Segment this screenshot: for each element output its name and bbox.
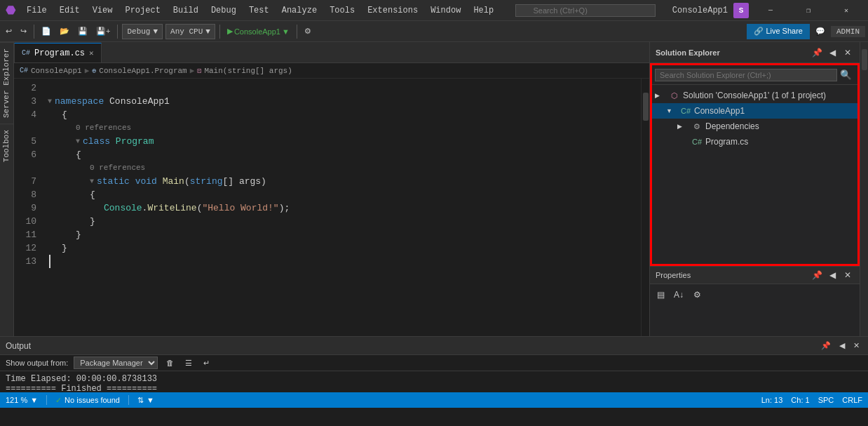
output-line-1: Time Elapsed: 00:00:00.8738133	[6, 374, 862, 384]
toolbar-save[interactable]: 💾	[75, 23, 90, 40]
tabs-bar: C# Program.cs ✕	[14, 42, 649, 63]
menu-window[interactable]: Window	[425, 3, 466, 18]
menu-tools[interactable]: Tools	[324, 3, 360, 18]
properties-pin-icon[interactable]: 📌	[811, 269, 823, 281]
left-sidebar: Server Explorer Toolbox	[0, 42, 14, 336]
feedback-button[interactable]: 💬	[813, 23, 828, 40]
status-sep-2	[128, 395, 129, 405]
output-toggle-button[interactable]: ☰	[182, 357, 195, 369]
toolbar-save-all[interactable]: 💾+	[93, 23, 113, 40]
solution-search-input[interactable]	[655, 69, 837, 81]
title-search-input[interactable]	[515, 4, 656, 17]
dependencies-label: Dependencies	[705, 121, 759, 131]
live-share-button[interactable]: 🔗 Live Share	[747, 24, 810, 39]
menu-help[interactable]: Help	[468, 3, 499, 18]
platform-dropdown[interactable]: Any CPU ▼	[165, 24, 215, 39]
dependencies-icon: ⚙	[691, 121, 703, 132]
solution-search-button[interactable]: 🔍	[837, 68, 855, 81]
properties-panel-icons: 📌 ◀ ✕	[811, 269, 854, 281]
code-ref-2: 0 references	[48, 161, 638, 175]
menu-edit[interactable]: Edit	[54, 3, 86, 18]
output-close-button[interactable]: ✕	[850, 340, 862, 352]
menu-test[interactable]: Test	[243, 3, 275, 18]
toolbar-redo[interactable]: ↪	[18, 23, 29, 40]
code-line-8: {	[48, 188, 638, 201]
toolbar-new[interactable]: 📄	[39, 23, 54, 40]
solution-tree-item-dependencies[interactable]: ▶ ⚙ Dependencies	[652, 119, 857, 134]
menu-view[interactable]: View	[87, 3, 118, 18]
status-line-ending[interactable]: CRLF	[842, 396, 862, 404]
breadcrumb-namespace: C# ConsoleApp1	[20, 67, 82, 75]
output-source-select[interactable]: Package Manager	[74, 357, 158, 369]
status-arrows[interactable]: ⇅ ▼	[137, 396, 154, 405]
solution-explorer-close-icon[interactable]: ✕	[841, 46, 854, 59]
code-line-3: ▼ namespace ConsoleApp1	[48, 95, 638, 108]
status-issues[interactable]: ✓ No issues found	[55, 396, 120, 405]
admin-label[interactable]: ADMIN	[831, 26, 865, 37]
editor-container: C# Program.cs ✕ C# ConsoleApp1 ▶ ⊕ Conso…	[14, 42, 649, 336]
menu-bar: File Edit View Project Build Debug Test …	[21, 3, 499, 18]
status-encoding[interactable]: SPC	[818, 396, 834, 404]
output-dock-button[interactable]: ◀	[836, 340, 848, 352]
properties-pages-button[interactable]: ⚙	[689, 287, 705, 302]
solution-tree-item-solution[interactable]: ▶ ⬡ Solution 'ConsoleApp1' (1 of 1 proje…	[652, 88, 857, 103]
solution-explorer: Solution Explorer 📌 ◀ ✕ 🔍 ▶ ⬡	[650, 42, 860, 266]
solution-explorer-pin-icon[interactable]: 📌	[811, 46, 823, 59]
toolbar-attach[interactable]: ⚙	[301, 23, 314, 40]
collapse-method[interactable]: ▼	[90, 175, 94, 188]
properties-auto-hide-icon[interactable]: ◀	[826, 269, 839, 281]
breadcrumb-sep-1: ▶	[85, 66, 90, 75]
solution-tree: ▶ ⬡ Solution 'ConsoleApp1' (1 of 1 proje…	[652, 85, 857, 264]
close-button[interactable]: ✕	[830, 0, 862, 21]
status-zoom[interactable]: 121 % ▼	[6, 396, 38, 404]
breadcrumb-sep-2: ▶	[190, 66, 195, 75]
editor-scrollbar-thumb[interactable]	[643, 93, 649, 121]
output-panel: Output 📌 ◀ ✕ Show output from: Package M…	[0, 336, 868, 392]
menu-file[interactable]: File	[21, 3, 53, 18]
toolbox-tab[interactable]: Toolbox	[0, 124, 13, 168]
start-button[interactable]: ▶ ConsoleApp1 ▼	[224, 23, 292, 40]
code-editor[interactable]: 2 3 4 5 6 7 8 9 10 11 12 13 ▼ namespace	[14, 79, 649, 336]
collapse-namespace[interactable]: ▼	[48, 95, 52, 108]
editor-scrollbar[interactable]	[641, 79, 649, 336]
debug-config-dropdown[interactable]: Debug ▼	[122, 24, 163, 39]
minimize-button[interactable]: —	[754, 0, 787, 21]
toolbar-sep-1	[34, 25, 34, 39]
solution-tree-item-program-cs[interactable]: ▶ C# Program.cs	[652, 134, 857, 149]
code-line-7: ▼ static void Main(string[] args)	[48, 175, 638, 188]
user-avatar: S	[733, 3, 749, 18]
properties-header: Properties 📌 ◀ ✕	[650, 267, 860, 284]
main-area: Server Explorer Toolbox C# Program.cs ✕ …	[0, 42, 868, 336]
menu-analyze[interactable]: Analyze	[276, 3, 323, 18]
toolbar-undo[interactable]: ↩	[3, 23, 15, 40]
properties-close-icon[interactable]: ✕	[841, 269, 854, 281]
collapse-class[interactable]: ▼	[76, 135, 80, 148]
menu-extensions[interactable]: Extensions	[362, 3, 423, 18]
solution-tree-item-project[interactable]: ▼ C# ConsoleApp1	[652, 103, 857, 119]
properties-alphabetical-button[interactable]: A↓	[671, 287, 686, 302]
output-clear-button[interactable]: 🗑	[163, 357, 177, 368]
toolbar-sep-4	[297, 25, 297, 39]
toolbar-sep-2	[117, 25, 118, 39]
title-bar-left: ⬣ File Edit View Project Build Debug Tes…	[6, 3, 499, 18]
tab-close-icon[interactable]: ✕	[89, 48, 94, 58]
properties-categories-button[interactable]: ▤	[653, 287, 668, 302]
program-cs-label: Program.cs	[705, 137, 748, 147]
solution-explorer-title: Solution Explorer	[656, 48, 720, 57]
project-name-label: ConsoleApp1	[672, 6, 728, 15]
output-wrap-button[interactable]: ↵	[201, 357, 212, 369]
server-explorer-tab[interactable]: Server Explorer	[0, 42, 13, 124]
properties-panel: Properties 📌 ◀ ✕ ▤ A↓ ⚙	[650, 266, 860, 336]
output-auto-hide-button[interactable]: 📌	[818, 340, 834, 352]
code-line-4: {	[48, 108, 638, 121]
right-edge-scrollbar-thumb[interactable]	[862, 49, 867, 70]
program-cs-tab[interactable]: C# Program.cs ✕	[14, 43, 102, 62]
menu-project[interactable]: Project	[119, 3, 165, 18]
solution-explorer-auto-hide-icon[interactable]: ◀	[826, 46, 839, 59]
menu-build[interactable]: Build	[168, 3, 204, 18]
menu-debug[interactable]: Debug	[205, 3, 242, 18]
toolbar-open[interactable]: 📂	[57, 23, 72, 40]
code-content[interactable]: ▼ namespace ConsoleApp1 { 0 references ▼…	[42, 79, 641, 336]
output-toolbar: 📌 ◀ ✕	[818, 340, 862, 352]
restore-button[interactable]: ❐	[792, 0, 825, 21]
